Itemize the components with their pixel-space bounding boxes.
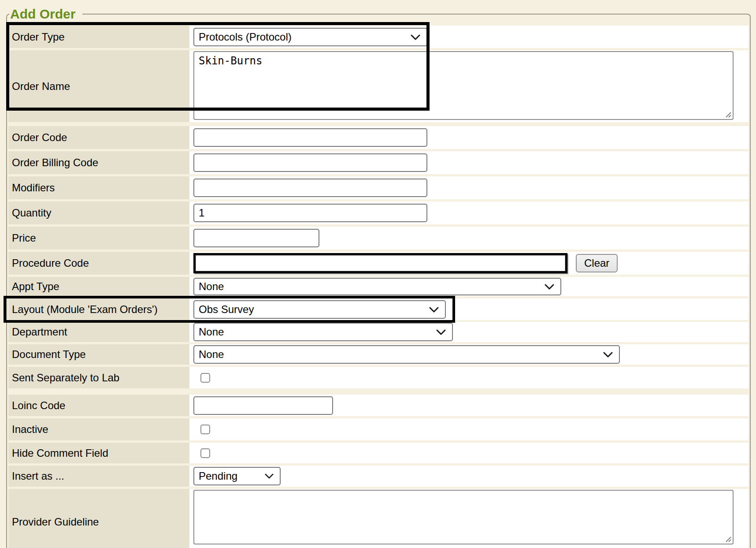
row-quantity: Quantity xyxy=(8,201,749,224)
order-name-label: Order Name xyxy=(8,50,189,122)
row-appt-type: Appt Type None xyxy=(8,277,749,296)
chevron-down-icon xyxy=(265,473,274,479)
appt-type-selected-value: None xyxy=(199,280,224,293)
chevron-down-icon xyxy=(545,284,554,290)
row-insert-as: Insert as ... Pending xyxy=(8,466,749,487)
layout-select[interactable]: Obs Survey xyxy=(193,300,446,319)
order-type-selected-value: Protocols (Protocol) xyxy=(199,31,292,43)
row-procedure-code: Procedure Code Clear xyxy=(8,252,749,275)
provider-guideline-textarea[interactable] xyxy=(193,490,734,544)
loinc-code-input[interactable] xyxy=(193,396,333,415)
procedure-code-label: Procedure Code xyxy=(8,252,189,275)
row-sent-separately: Sent Separately to Lab xyxy=(8,367,749,388)
modifiers-label: Modifiers xyxy=(8,176,189,199)
quantity-label: Quantity xyxy=(8,201,189,224)
price-input[interactable] xyxy=(193,229,319,247)
row-hide-comment: Hide Comment Field xyxy=(8,443,749,463)
insert-as-label: Insert as ... xyxy=(8,466,189,487)
order-type-label: Order Type xyxy=(8,26,189,48)
order-code-input[interactable] xyxy=(193,128,427,147)
loinc-code-label: Loinc Code xyxy=(8,395,189,416)
add-order-fieldset: Add Order Order Type Protocols (Protocol… xyxy=(6,6,751,548)
department-select[interactable]: None xyxy=(193,323,453,341)
row-order-billing-code: Order Billing Code xyxy=(8,151,749,174)
order-billing-code-label: Order Billing Code xyxy=(8,151,189,174)
chevron-down-icon xyxy=(603,352,613,358)
chevron-down-icon xyxy=(411,34,420,40)
order-code-label: Order Code xyxy=(8,126,189,149)
row-provider-guideline: Provider Guideline xyxy=(8,489,749,548)
row-document-type: Document Type None xyxy=(8,344,749,365)
resize-grip-icon[interactable] xyxy=(725,112,731,118)
document-type-select[interactable]: None xyxy=(193,345,620,364)
hide-comment-checkbox[interactable] xyxy=(200,448,210,458)
row-inactive: Inactive xyxy=(8,418,749,440)
row-loinc-code: Loinc Code xyxy=(8,395,749,416)
clear-button[interactable]: Clear xyxy=(576,254,618,272)
chevron-down-icon xyxy=(436,329,446,335)
order-type-select[interactable]: Protocols (Protocol) xyxy=(193,28,427,46)
insert-as-select[interactable]: Pending xyxy=(193,467,281,485)
appt-type-select[interactable]: None xyxy=(193,278,561,295)
row-department: Department None xyxy=(8,322,749,342)
sent-separately-checkbox[interactable] xyxy=(200,373,210,383)
row-order-name: Order Name Skin-Burns xyxy=(8,50,749,122)
appt-type-label: Appt Type xyxy=(8,277,189,296)
layout-selected-value: Obs Survey xyxy=(199,303,254,316)
order-name-textarea[interactable]: Skin-Burns xyxy=(193,51,734,120)
inactive-label: Inactive xyxy=(8,418,189,440)
layout-label: Layout (Module 'Exam Orders') xyxy=(8,298,189,320)
page-title: Add Order xyxy=(9,6,82,22)
department-label: Department xyxy=(8,322,189,342)
modifiers-input[interactable] xyxy=(193,179,427,197)
document-type-label: Document Type xyxy=(8,344,189,365)
insert-as-selected-value: Pending xyxy=(199,470,237,482)
price-label: Price xyxy=(8,227,189,250)
hide-comment-label: Hide Comment Field xyxy=(8,443,189,463)
order-billing-code-input[interactable] xyxy=(193,153,427,172)
provider-guideline-label: Provider Guideline xyxy=(8,489,189,548)
form-rows: Order Type Protocols (Protocol) Order Na… xyxy=(8,26,749,548)
highlight-box-procedure-code xyxy=(193,253,567,273)
department-selected-value: None xyxy=(199,326,224,338)
resize-grip-icon[interactable] xyxy=(725,536,731,542)
document-type-selected-value: None xyxy=(199,348,224,361)
row-price: Price xyxy=(8,227,749,250)
row-order-code: Order Code xyxy=(8,126,749,149)
procedure-code-input[interactable] xyxy=(196,255,565,271)
inactive-checkbox[interactable] xyxy=(200,425,210,434)
row-modifiers: Modifiers xyxy=(8,176,749,199)
add-order-page: Add Order Order Type Protocols (Protocol… xyxy=(0,0,756,548)
chevron-down-icon xyxy=(429,307,439,313)
row-layout: Layout (Module 'Exam Orders') Obs Survey xyxy=(8,298,749,320)
quantity-input[interactable] xyxy=(193,204,427,222)
sent-separately-label: Sent Separately to Lab xyxy=(8,367,189,388)
row-order-type: Order Type Protocols (Protocol) xyxy=(8,26,749,48)
